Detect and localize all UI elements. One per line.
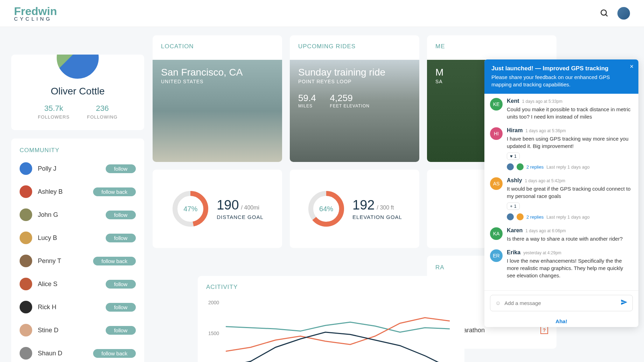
feedback-header: × Just launched! — Improved GPS tracking… [484, 59, 638, 94]
logo-sub: CYCLING [14, 16, 57, 22]
comment-time: yesterday at 4:29pm [523, 250, 561, 255]
reply-avatar [507, 163, 514, 170]
community-avatar[interactable] [20, 278, 32, 290]
upcoming-card[interactable]: UPCOMING RIDES Sunday training ride POIN… [290, 35, 419, 162]
comment-time: 1 days ago at 5:33pm [522, 99, 562, 104]
replies-row[interactable]: 2 repliesLast reply 1 days ago [507, 163, 633, 170]
logo[interactable]: Fredwin CYCLING [14, 5, 57, 22]
community-row: Ashley B follow back [20, 185, 136, 198]
feedback-comment: KE Kent1 days ago at 5:33pm Could you ma… [490, 98, 633, 120]
comment-avatar[interactable]: KE [490, 98, 503, 111]
comment-avatar[interactable]: ER [490, 249, 503, 262]
community-avatar[interactable] [20, 232, 32, 244]
comment-time: 1 days ago at 5:36pm [525, 128, 566, 133]
replies-row[interactable]: 2 repliesLast reply 1 days ago [507, 213, 633, 220]
emoji-icon[interactable]: ☺ [495, 300, 501, 306]
comment-author: Kent [507, 98, 519, 104]
follow-button[interactable]: follow back [93, 257, 136, 265]
community-avatar[interactable] [20, 347, 32, 360]
distance-goal-card: 47% 190/ 400mi DISTANCE GOAL [153, 170, 282, 248]
comment-avatar[interactable]: AS [490, 177, 503, 190]
community-avatar[interactable] [20, 208, 32, 221]
comment-author: Ashly [507, 177, 522, 183]
header: Fredwin CYCLING [0, 0, 644, 27]
community-avatar[interactable] [20, 301, 32, 313]
elevation-donut: 64% [307, 190, 345, 228]
community-name[interactable]: Stine D [38, 327, 58, 334]
comment-avatar[interactable]: HI [490, 127, 503, 140]
following-stat[interactable]: 236 FOLLOWING [87, 104, 118, 120]
community-row: Penny T follow back [20, 255, 136, 267]
reply-avatar [507, 213, 514, 220]
question-icon: ? [540, 326, 548, 334]
reply-avatar [517, 163, 524, 170]
follow-button[interactable]: follow [106, 164, 136, 173]
follow-button[interactable]: follow [106, 280, 136, 289]
profile-avatar[interactable] [55, 55, 100, 80]
search-icon[interactable] [600, 9, 609, 18]
location-title: San Francisco, CA [161, 67, 274, 78]
feedback-comment: AS Ashly1 days ago at 5:42pm It would be… [490, 177, 633, 220]
community-avatar[interactable] [20, 324, 32, 336]
location-card[interactable]: LOCATION San Francisco, CA UNITED STATES [153, 35, 282, 162]
comment-text: It would be great if the GPS tracking co… [507, 185, 633, 200]
profile-name: Oliver Cottle [18, 86, 137, 97]
comment-time: 1 days ago at 6:06pm [525, 228, 566, 233]
community-name[interactable]: Alice S [38, 281, 57, 288]
send-icon[interactable] [621, 299, 628, 307]
community-row: Polly J follow [20, 162, 136, 175]
community-row: Shaun D follow back [20, 347, 136, 360]
feedback-comment: ER Erikayesterday at 4:29pm I love the n… [490, 249, 633, 279]
reaction-button[interactable]: +1 [507, 203, 520, 210]
user-avatar[interactable] [617, 7, 630, 20]
community-avatar[interactable] [20, 162, 32, 175]
comment-text: Is there a way to share a route with ano… [507, 235, 633, 242]
follow-button[interactable]: follow [106, 303, 136, 312]
feedback-panel: × Just launched! — Improved GPS tracking… [484, 59, 638, 327]
community-row: Alice S follow [20, 278, 136, 290]
community-name[interactable]: Penny T [38, 257, 61, 265]
comment-text: I have been using GPS tracking way more … [507, 135, 633, 150]
followers-stat[interactable]: 35.7k FOLLOWERS [38, 104, 70, 120]
comment-text: Could you make it possible to track dist… [507, 106, 633, 120]
community-card: COMMUNITY Polly J follow Ashley B follow… [11, 139, 144, 362]
message-input-box[interactable]: ☺ [490, 295, 633, 311]
community-row: Stine D follow [20, 324, 136, 336]
community-row: Lucy B follow [20, 232, 136, 244]
comment-author: Karen [507, 227, 523, 233]
follow-button[interactable]: follow [106, 211, 136, 219]
comment-time: 1 days ago at 5:42pm [525, 178, 565, 183]
community-name[interactable]: Lucy B [38, 234, 57, 242]
community-row: Rick H follow [20, 301, 136, 313]
feedback-footer[interactable]: Aha! [484, 315, 638, 327]
activity-card: ACITIVITY 2000 1500 1000 [198, 276, 464, 362]
community-name[interactable]: John G [38, 211, 58, 219]
community-name[interactable]: Rick H [38, 304, 56, 311]
profile-card: Oliver Cottle 35.7k FOLLOWERS 236 FOLLOW… [11, 55, 144, 130]
community-name[interactable]: Shaun D [38, 350, 62, 357]
svg-line-1 [606, 14, 607, 16]
feedback-comment: HI Hiram1 days ago at 5:36pm I have been… [490, 127, 633, 170]
follow-button[interactable]: follow [106, 326, 136, 335]
follow-button[interactable]: follow back [93, 349, 136, 358]
activity-chart: 2000 1500 1000 [198, 296, 464, 362]
elevation-goal-card: 64% 192/ 300 ft ELEVATION GOAL [290, 170, 419, 248]
community-title: COMMUNITY [20, 147, 136, 154]
community-avatar[interactable] [20, 255, 32, 267]
follow-button[interactable]: follow back [93, 187, 136, 196]
community-name[interactable]: Ashley B [38, 188, 63, 196]
comment-text: I love the new enhancements! Specificall… [507, 257, 633, 279]
message-input[interactable] [504, 300, 617, 306]
community-name[interactable]: Polly J [38, 165, 56, 172]
svg-point-0 [601, 10, 606, 15]
reply-avatar [517, 213, 524, 220]
comment-author: Hiram [507, 127, 523, 133]
feedback-comment: KA Karen1 days ago at 6:06pm Is there a … [490, 227, 633, 242]
follow-button[interactable]: follow [106, 234, 136, 242]
close-icon[interactable]: × [630, 63, 634, 70]
community-avatar[interactable] [20, 185, 32, 198]
community-row: John G follow [20, 208, 136, 221]
distance-donut: 47% [171, 190, 210, 228]
reaction-button[interactable]: ♥1 [507, 152, 520, 160]
comment-avatar[interactable]: KA [490, 227, 503, 240]
